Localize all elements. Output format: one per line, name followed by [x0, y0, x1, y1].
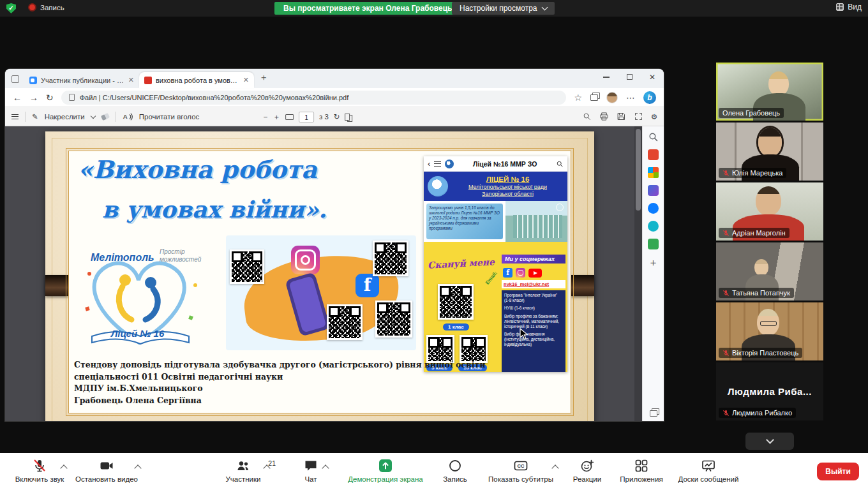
new-tab-button[interactable]: ＋ — [259, 72, 268, 84]
print-icon[interactable] — [599, 112, 609, 121]
draw-pen-icon[interactable]: ✎ — [32, 112, 38, 121]
draw-label[interactable]: Накреслити — [45, 113, 85, 121]
url-field[interactable]: Файл | C:/Users/UNICEF/Desktop/виховна%2… — [61, 91, 567, 105]
pdf-viewport[interactable]: «Виховна робота в умовах війни». — [5, 126, 634, 421]
tab-close-icon[interactable]: ✕ — [243, 76, 249, 84]
muted-mic-icon — [722, 170, 730, 177]
refresh-icon[interactable]: ↻ — [46, 93, 54, 103]
mouse-cursor — [520, 328, 528, 341]
chevron-up-icon[interactable] — [134, 464, 141, 471]
share-screen-button[interactable]: Демонстрация экрана — [341, 458, 430, 483]
chevron-down-icon — [541, 4, 548, 11]
record-button[interactable]: Запись — [435, 458, 475, 483]
zoom-out-icon[interactable]: − — [264, 113, 268, 121]
participant-video-viktoriia[interactable]: Вікторія Пластовець — [716, 302, 823, 360]
maximize-button[interactable] — [618, 73, 641, 82]
pdf-zoom-page-controls: − ＋ 1 з 3 ↻ — [264, 107, 353, 126]
microsoft365-icon[interactable] — [648, 167, 659, 178]
save-icon[interactable] — [617, 112, 626, 121]
skype-icon[interactable] — [648, 203, 659, 214]
viewing-screen-banner: Вы просматриваете экран Олена Грабовець — [274, 2, 461, 15]
zoom-in-icon[interactable]: ＋ — [273, 112, 281, 122]
page-number-input[interactable]: 1 — [299, 112, 314, 122]
slide-footer-text: Стендову доповідь підготувала здобувачка… — [74, 359, 485, 406]
read-aloud-label[interactable]: Прочитати вголос — [139, 113, 200, 121]
page-view-icon[interactable] — [345, 114, 350, 121]
meeting-top-bar: ✓ Запись Вы просматриваете экран Олена Г… — [0, 0, 868, 17]
instagram-icon — [516, 268, 525, 278]
stop-video-button[interactable]: Остановить видео — [71, 458, 142, 483]
favorites-star-icon[interactable]: ☆ — [574, 93, 582, 103]
tab-zoom[interactable]: Участник публикации - Zoom ✕ — [24, 72, 139, 88]
tab-close-icon[interactable]: ✕ — [128, 76, 134, 84]
leave-meeting-button[interactable]: Выйти — [817, 463, 859, 480]
pdf-toolbar: ✎ Накреслити A Прочитати вголос − ＋ 1 з … — [5, 107, 664, 126]
more-options-icon[interactable]: ⋯ — [626, 93, 635, 103]
back-icon[interactable]: ← — [13, 93, 22, 103]
view-settings-button[interactable]: Настройки просмотра — [452, 2, 555, 15]
toc-menu-icon[interactable] — [11, 114, 19, 119]
tab-pdf[interactable]: виховна робота в умовах війн ✕ — [139, 72, 254, 88]
participant-video-tatiana[interactable]: Татьяна Потапчук — [716, 242, 823, 301]
scrollbar-thumb[interactable] — [636, 129, 641, 211]
participant-video-yuliia[interactable]: Юлія Марецька — [716, 122, 823, 181]
forward-icon[interactable]: → — [29, 93, 38, 103]
address-bar: ← → ↻ Файл | C:/Users/UNICEF/Desktop/вих… — [5, 88, 664, 107]
participant-placeholder-name: Людмила Риба... — [728, 386, 812, 397]
tab-title: Участник публикации - Zoom — [41, 77, 124, 84]
social-media-illustration: f — [226, 235, 416, 350]
invite-card: Запрошуємо учнів 1,5,10 класів до шкільн… — [426, 203, 504, 240]
browser-window: Участник публикации - Zoom ✕ виховна роб… — [5, 69, 664, 421]
social-header: Ми у соцмережах — [502, 255, 565, 264]
shopping-icon[interactable] — [648, 149, 659, 160]
view-button[interactable]: Вид — [836, 3, 862, 11]
eraser-icon[interactable] — [101, 112, 110, 120]
qr-code — [327, 304, 363, 340]
participant-video-liudmyla[interactable]: Людмила Риба... Людмила Рибалко — [716, 362, 823, 420]
whiteboards-button[interactable]: Доски сообщений — [671, 458, 745, 483]
captions-button[interactable]: CC Показать субтитры — [483, 458, 559, 483]
apps-button[interactable]: Приложения — [614, 458, 669, 483]
participant-figure — [758, 128, 782, 156]
pdf-content-area: «Виховна робота в умовах війни». — [5, 126, 664, 421]
footer-line: Стендову доповідь підготувала здобувачка… — [74, 359, 485, 371]
button-label: Включить звук — [15, 475, 64, 483]
participants-button[interactable]: 21 Участники — [214, 458, 272, 483]
participant-name-label: Олена Грабовець — [719, 108, 784, 118]
program-item: НУШ (1-6 класи) — [504, 306, 563, 311]
search-icon[interactable] — [582, 112, 592, 121]
close-button[interactable]: ✕ — [641, 73, 664, 82]
bing-sidebar-icon[interactable]: b — [643, 91, 656, 104]
fit-width-icon[interactable] — [285, 114, 294, 120]
participant-video-adrian[interactable]: Адріан Марголін — [716, 182, 823, 241]
svg-text:CC: CC — [518, 463, 525, 469]
designer-icon[interactable] — [648, 185, 659, 196]
settings-gear-icon[interactable]: ⚙ — [651, 112, 657, 121]
minimize-button[interactable] — [595, 73, 618, 82]
chevron-up-icon[interactable] — [551, 464, 558, 471]
search-icon[interactable] — [648, 131, 659, 142]
participant-name: Юлія Марецька — [732, 169, 782, 177]
drop-icon[interactable] — [648, 221, 659, 232]
rotate-icon[interactable]: ↻ — [334, 112, 340, 121]
participant-name-label: Вікторія Пластовець — [719, 348, 802, 358]
participant-video-olena[interactable]: Олена Грабовець — [716, 63, 823, 121]
qr-label-1: 1 клас — [443, 323, 469, 330]
chat-button[interactable]: Чат — [288, 458, 333, 483]
muted-mic-icon — [722, 230, 730, 237]
chevron-up-icon[interactable] — [60, 464, 67, 471]
collections-icon[interactable] — [590, 94, 598, 101]
collapse-participants-button[interactable] — [745, 433, 794, 450]
chevron-up-icon[interactable] — [322, 464, 329, 471]
unmute-button[interactable]: Включить звук — [9, 458, 70, 483]
banner-line2: Мелітопольської міської ради — [452, 184, 564, 191]
collections-icon[interactable] — [650, 410, 657, 417]
reactions-button[interactable]: Реакции — [565, 458, 609, 483]
read-aloud-icon[interactable]: A — [123, 112, 133, 122]
chevron-down-icon[interactable] — [91, 113, 96, 118]
pdf-scrollbar[interactable] — [634, 126, 642, 421]
fullscreen-icon[interactable] — [634, 112, 643, 121]
add-sidebar-icon[interactable]: ＋ — [648, 256, 659, 270]
profile-avatar[interactable] — [606, 92, 618, 103]
games-icon[interactable] — [648, 239, 659, 249]
